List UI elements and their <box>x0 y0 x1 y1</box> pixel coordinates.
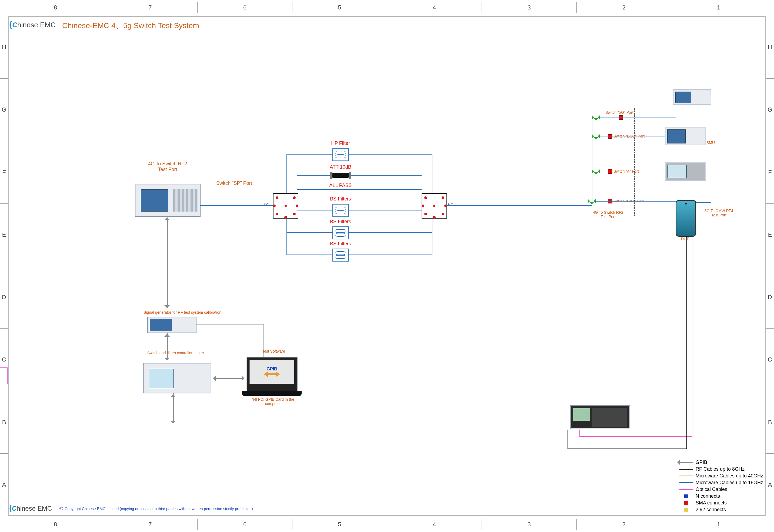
ruler-right: H G F E D C B A <box>766 16 774 516</box>
ruler-col: 7 <box>103 519 198 530</box>
test-port-label: 4G To Switch RF2 Test Port <box>138 161 197 172</box>
gpib-wire <box>213 378 243 379</box>
controller-image <box>143 363 211 393</box>
y-switch-icon <box>592 168 600 176</box>
wire <box>200 205 273 206</box>
arrow-bidir-icon <box>264 372 280 377</box>
power-supply-image <box>570 405 630 429</box>
legend-292: 2.92 connects <box>696 507 726 513</box>
legend-mw18: Microware Cables up to 18GHz <box>696 480 763 486</box>
ruler-col: 2 <box>576 519 671 530</box>
arrow-down-icon <box>164 305 170 311</box>
y-switch-icon <box>592 113 600 122</box>
page: 8 7 6 5 4 3 2 1 8 7 6 5 4 3 2 1 H G F E … <box>0 0 774 532</box>
y-switch-icon <box>592 132 600 140</box>
wire <box>432 219 432 255</box>
wire <box>297 175 330 176</box>
kg-label-left: KG <box>264 203 269 207</box>
optical-wire <box>579 430 580 437</box>
wire <box>297 232 332 233</box>
attenuator <box>332 173 349 178</box>
wire <box>348 255 432 255</box>
legend: GPIB RF Cables up to 8GHz Microware Cabl… <box>677 459 763 514</box>
wire <box>446 205 592 206</box>
optical-wire <box>579 436 692 437</box>
wire <box>600 136 665 136</box>
legend-gpib: GPIB <box>696 460 707 465</box>
ruler-row: G <box>0 78 8 141</box>
ruler-col: 6 <box>197 519 292 530</box>
ruler-col: 5 <box>292 2 387 13</box>
ruler-row: F <box>766 141 774 203</box>
ruler-row: H <box>0 16 8 78</box>
sw-a-label: Switch "A" Port <box>613 169 639 173</box>
ruler-row: C <box>766 328 774 391</box>
arrow-down-icon <box>170 421 176 426</box>
ruler-row: B <box>0 391 8 453</box>
ruler-col: 8 <box>8 2 103 13</box>
bs2-label: BS Filters <box>324 219 357 225</box>
laptop-image: GPIB <box>246 357 298 392</box>
rf2-right-label: 4G To Switch RF2 Test Port <box>589 210 627 219</box>
bs1-label: BS Filters <box>324 196 357 202</box>
sma-connector-icon <box>608 169 612 174</box>
gpib-card-label: *NI PCI GPIB Card In the computer <box>246 397 300 406</box>
ruler-col: 5 <box>292 519 387 530</box>
legend-sma: SMA connects <box>696 500 727 506</box>
optical-stub <box>7 367 8 384</box>
gpib-wire <box>173 393 174 423</box>
rf-wire <box>568 430 568 449</box>
ruler-top: 8 7 6 5 4 3 2 1 <box>8 2 766 13</box>
ruler-col: 1 <box>671 2 766 13</box>
wire <box>676 105 676 118</box>
ruler-col: 4 <box>387 519 482 530</box>
arrow-up-icon <box>170 392 176 397</box>
page-title: Chinese-EMC 4、5g Switch Test System <box>62 21 199 31</box>
wire <box>286 219 287 255</box>
ruler-row: F <box>0 141 8 203</box>
wire <box>600 118 676 118</box>
test-software-label: Test Software <box>262 349 285 353</box>
rf-wire <box>568 449 687 449</box>
copyright: ©Copyright Chinese-EMC Limited (copying … <box>59 506 253 511</box>
ruler-col: 2 <box>576 2 671 13</box>
ruler-col: 7 <box>103 2 198 13</box>
controller-label: Switch and filters controller center <box>143 351 208 355</box>
bs-filter-3 <box>332 249 349 262</box>
wire <box>600 171 665 171</box>
wire <box>351 175 422 176</box>
sma-connector-icon <box>608 134 612 139</box>
wire <box>348 232 432 233</box>
wire <box>592 118 592 206</box>
optical-stub <box>0 367 8 368</box>
wire <box>297 154 332 155</box>
ruler-row: D <box>766 266 774 328</box>
ruler-col: 4 <box>387 2 482 13</box>
rf-wire <box>686 236 687 449</box>
wire <box>432 154 432 193</box>
ruler-row: E <box>766 203 774 266</box>
legend-n: N connects <box>696 493 720 499</box>
ruler-row: G <box>766 78 774 141</box>
wire <box>297 210 332 210</box>
ruler-col: 3 <box>482 519 576 530</box>
ruler-col: 1 <box>671 519 766 530</box>
logo-bottom: (Chinese EMC <box>9 503 52 513</box>
gpib-screen-text: GPIB <box>266 367 277 372</box>
kg-switch-right <box>422 193 447 219</box>
wire <box>286 154 297 155</box>
wire <box>595 201 676 202</box>
optical-wire <box>585 430 585 437</box>
dut-phone-icon <box>676 200 696 237</box>
kg-label-right: KG <box>448 203 453 207</box>
bs3-label: BS Filters <box>324 241 357 247</box>
gpib-wire <box>167 333 168 360</box>
ruler-row: B <box>766 391 774 453</box>
ruler-col: 3 <box>482 2 576 13</box>
drawing-border <box>8 16 766 516</box>
wire <box>286 255 332 255</box>
sig-gen-label: Signal generator for RF test system cali… <box>138 310 227 314</box>
rf4-label: 5G To CMW RF4 Test Port <box>700 209 738 217</box>
ruler-row: A <box>766 453 774 516</box>
wire <box>297 189 422 190</box>
